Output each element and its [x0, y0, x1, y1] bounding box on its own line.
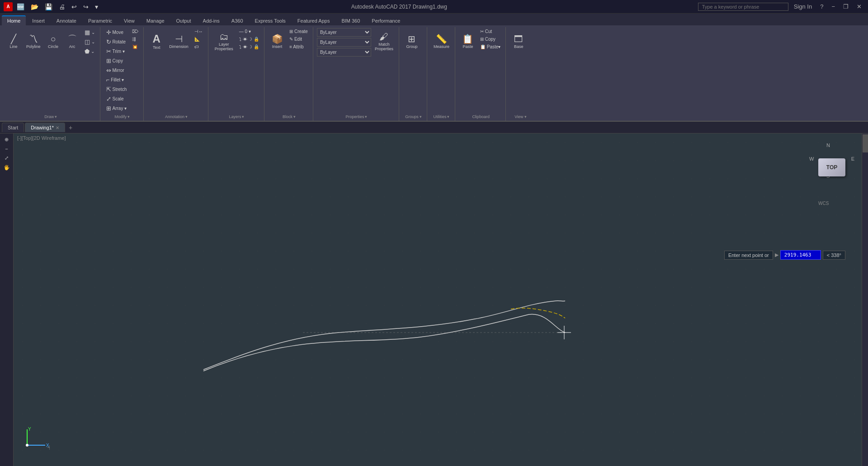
tab-parametric[interactable]: Parametric — [83, 16, 118, 25]
tab-home[interactable]: Home — [2, 15, 26, 25]
array-button[interactable]: ⊞ Array ▾ — [104, 104, 129, 113]
color-dropdown[interactable]: ByLayer — [317, 28, 371, 37]
signin-button[interactable]: Sign In — [791, 2, 815, 11]
new-tab-button[interactable]: + — [66, 123, 75, 132]
tab-bim360[interactable]: BIM 360 — [336, 16, 365, 25]
match-properties-button[interactable]: 🖌 MatchProperties — [372, 28, 396, 55]
create-block[interactable]: ⊞ Create — [287, 28, 310, 35]
input-prompt: Enter next point or — [724, 251, 773, 260]
polyline-button[interactable]: 〽 Polyline — [24, 28, 43, 55]
group-icon: ⊞ — [408, 34, 415, 43]
viewcube-top[interactable]: TOP — [818, 158, 845, 176]
title-bar-right: Sign In ? − ❐ ✕ — [698, 2, 864, 11]
modify-label[interactable]: Modify ▾ — [104, 114, 141, 120]
copy-button[interactable]: ⊞ Copy — [104, 57, 129, 65]
restore-button[interactable]: ❐ — [840, 2, 851, 11]
tab-express[interactable]: Express Tools — [250, 16, 291, 25]
layer-properties-button[interactable]: 🗂 LayerProperties — [212, 28, 236, 55]
annotation-label[interactable]: Annotation ▾ — [147, 114, 205, 120]
print-button[interactable]: 🖨 — [57, 2, 67, 12]
search-input[interactable] — [698, 3, 788, 11]
tab-performance[interactable]: Performance — [366, 16, 406, 25]
text-button[interactable]: A Text — [147, 28, 165, 55]
linetype-dropdown[interactable]: ByLayer — [317, 38, 371, 47]
tab-start[interactable]: Start — [2, 123, 24, 132]
cut-button[interactable]: ✂ Cut — [478, 28, 503, 35]
edit-block[interactable]: ✎ Edit — [287, 36, 310, 43]
left-tool-4[interactable]: 🖐 — [1, 163, 12, 172]
move-button[interactable]: ✛ Move — [104, 28, 129, 37]
layer-opt1[interactable]: ⤵ ☀ ☽ 🔒 — [237, 36, 261, 43]
define-attrib[interactable]: ≡ Attrib — [287, 43, 310, 50]
layer-icon: 🗂 — [219, 32, 228, 41]
measure-button[interactable]: 📏 Measure — [431, 28, 452, 55]
polyline-icon: 〽 — [29, 34, 38, 43]
drawing-canvas[interactable]: [-][Top][2D Wireframe] — [14, 133, 868, 466]
vscroll-thumb[interactable] — [863, 134, 868, 152]
anno-more2[interactable]: 📐 — [192, 36, 205, 43]
circle-button[interactable]: ○ Circle — [44, 28, 62, 55]
left-tool-3[interactable]: ⤢ — [2, 154, 11, 162]
close-button[interactable]: ✕ — [854, 2, 864, 11]
base-view-button[interactable]: 🗖 Base — [509, 28, 528, 55]
qat-dropdown[interactable]: ▾ — [93, 2, 100, 12]
utilities-label[interactable]: Utilities ▾ — [431, 114, 452, 120]
undo-button[interactable]: ↩ — [69, 2, 79, 12]
angle-input[interactable]: < 338° — [823, 251, 845, 260]
paste-button[interactable]: 📋 Paste — [459, 28, 477, 55]
properties-label[interactable]: Properties ▾ — [317, 114, 396, 120]
explode-button[interactable]: 💥 — [130, 43, 141, 50]
tab-manage[interactable]: Manage — [141, 16, 170, 25]
block-label[interactable]: Block ▾ — [268, 114, 310, 120]
tab-annotate[interactable]: Annotate — [51, 16, 82, 25]
left-tool-2[interactable]: − — [3, 145, 10, 153]
erase-button[interactable]: ⌦ — [130, 28, 141, 35]
tab-addins[interactable]: Add-ins — [198, 16, 225, 25]
help-button[interactable]: ? — [817, 2, 826, 11]
arc-button[interactable]: ⌒ Arc — [63, 28, 81, 55]
groups-label[interactable]: Groups ▾ — [403, 114, 424, 120]
left-tool-1[interactable]: ⊕ — [2, 135, 11, 144]
block-tools: 📦 Insert ⊞ Create ✎ Edit ≡ Attrib — [268, 27, 310, 114]
dimension-button[interactable]: ⊣ Dimension — [166, 28, 191, 55]
tab-close-drawing1[interactable]: ✕ — [56, 125, 59, 130]
draw-more-btn1[interactable]: ▦ ⌄ — [82, 28, 97, 37]
copy-clip-button[interactable]: ⊞ Copy — [478, 36, 503, 43]
tab-a360[interactable]: A360 — [226, 16, 249, 25]
offset-button[interactable]: ⇶ — [130, 36, 141, 43]
save-button[interactable]: 💾 — [42, 2, 55, 12]
tab-featured[interactable]: Featured Apps — [292, 16, 335, 25]
rotate-button[interactable]: ↻ Rotate — [104, 38, 129, 46]
lineweight-dropdown[interactable]: ByLayer — [317, 48, 371, 57]
draw-more-btn2[interactable]: ◫ ⌄ — [82, 38, 97, 46]
scale-button[interactable]: ⤢ Scale — [104, 95, 129, 103]
paste-spec-button[interactable]: 📋 Paste▾ — [478, 43, 503, 50]
vertical-scrollbar[interactable] — [862, 133, 868, 466]
open-button[interactable]: 📂 — [28, 2, 41, 12]
coordinate-input[interactable]: 2919.1463 — [780, 250, 821, 260]
layer-opt2[interactable]: ⤵ ☀ ☽ 🔒 — [237, 43, 261, 50]
utilities-tools: 📏 Measure — [431, 27, 452, 114]
redo-button[interactable]: ↪ — [81, 2, 91, 12]
clipboard-label[interactable]: Clipboard — [459, 114, 503, 120]
draw-label[interactable]: Draw ▾ — [5, 114, 97, 120]
minimize-button[interactable]: − — [829, 2, 838, 11]
layer-dropdown[interactable]: — 0 ▾ — [237, 28, 261, 35]
line-button[interactable]: ╱ Line — [5, 28, 23, 55]
tab-view[interactable]: View — [118, 16, 140, 25]
anno-more3[interactable]: 🏷 — [192, 43, 205, 50]
anno-more1[interactable]: ⊣↔ — [192, 28, 205, 35]
view-label[interactable]: View ▾ — [509, 114, 531, 120]
group-button[interactable]: ⊞ Group — [403, 28, 421, 55]
fillet-button[interactable]: ⌐ Fillet ▾ — [104, 76, 129, 84]
tab-output[interactable]: Output — [171, 16, 197, 25]
tab-drawing1[interactable]: Drawing1* ✕ — [25, 123, 65, 132]
trim-button[interactable]: ✂ Trim ▾ — [104, 47, 129, 56]
stretch-button[interactable]: ⇱ Stretch — [104, 85, 129, 94]
draw-more-btn3[interactable]: ⬟ ⌄ — [82, 47, 97, 56]
layers-label[interactable]: Layers ▾ — [212, 114, 261, 120]
new-button[interactable]: 🆕 — [14, 2, 27, 12]
insert-button[interactable]: 📦 Insert — [268, 28, 286, 55]
tab-insert[interactable]: Insert — [27, 16, 50, 25]
mirror-button[interactable]: ⇔ Mirror — [104, 66, 129, 75]
